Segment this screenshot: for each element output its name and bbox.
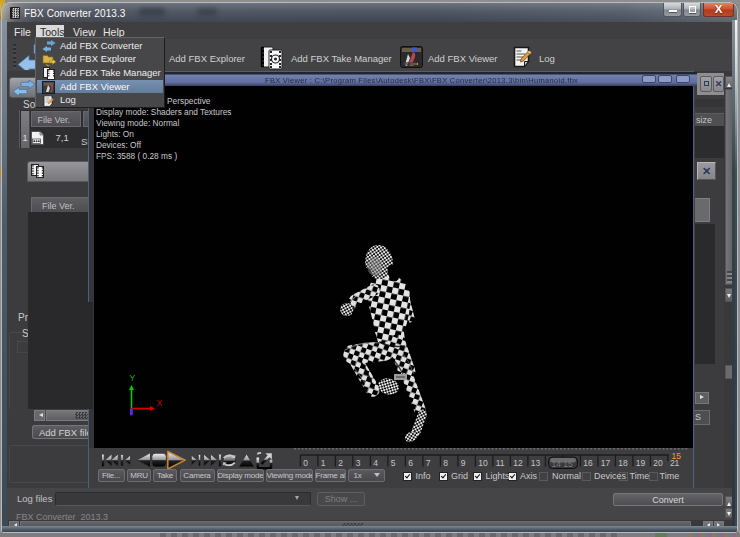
- svg-text:10: 10: [478, 458, 488, 468]
- svg-text:16: 16: [583, 458, 593, 468]
- svg-text:Y: Y: [130, 373, 136, 383]
- svg-text:4: 4: [373, 458, 378, 468]
- svg-text:0: 0: [303, 458, 308, 468]
- svg-text:6: 6: [408, 458, 413, 468]
- svg-text:13: 13: [531, 458, 541, 468]
- svg-text:17: 17: [601, 458, 611, 468]
- svg-text:2: 2: [338, 458, 343, 468]
- svg-text:18: 18: [618, 458, 628, 468]
- svg-text:12: 12: [513, 458, 523, 468]
- svg-text:5: 5: [391, 458, 396, 468]
- svg-text:19: 19: [636, 458, 646, 468]
- svg-text:7: 7: [426, 458, 431, 468]
- svg-text:15: 15: [672, 451, 682, 461]
- svg-text:3: 3: [356, 458, 361, 468]
- svg-text:9: 9: [461, 458, 466, 468]
- svg-text:8: 8: [443, 458, 448, 468]
- svg-text:X: X: [157, 398, 163, 408]
- svg-text:20: 20: [653, 458, 663, 468]
- svg-text:11: 11: [496, 458, 505, 468]
- svg-text:1: 1: [321, 458, 326, 468]
